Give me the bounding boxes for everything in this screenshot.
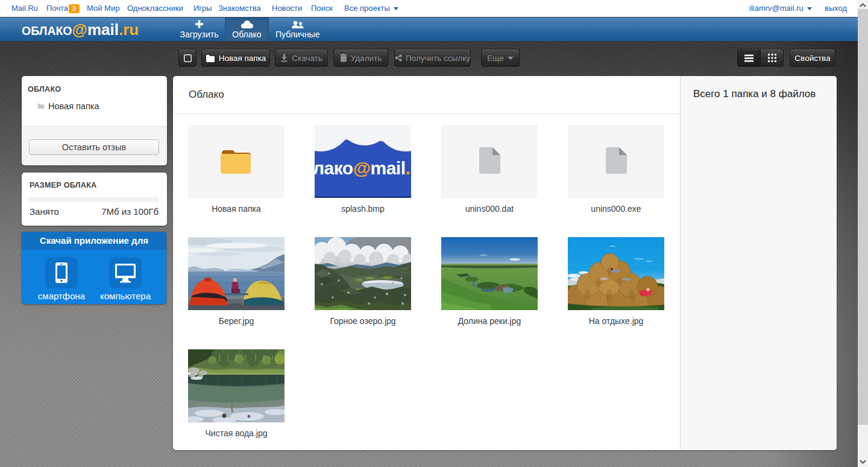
svg-text:лако@mail.r: лако@mail.r [315, 158, 411, 178]
